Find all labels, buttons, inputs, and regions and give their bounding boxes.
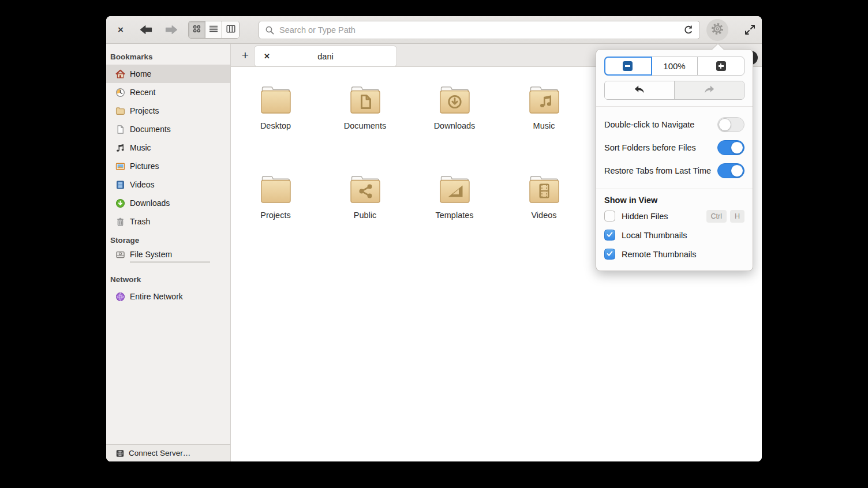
trash-icon xyxy=(115,217,125,227)
zoom-out-button[interactable] xyxy=(605,57,652,75)
remote-thumbnails-checkbox[interactable] xyxy=(604,249,615,260)
sidebar-item-label: Projects xyxy=(130,106,159,115)
check-row-hidden-files[interactable]: Hidden Files Ctrl H xyxy=(604,207,744,226)
key-ctrl: Ctrl xyxy=(706,210,727,223)
file-label: Projects xyxy=(260,211,290,220)
zoom-in-icon xyxy=(716,61,726,71)
double-click-toggle[interactable] xyxy=(717,117,744,132)
list-view-button[interactable] xyxy=(205,21,222,38)
folder-icon xyxy=(115,106,125,116)
toggle-knob xyxy=(731,164,743,177)
folder-templates-icon xyxy=(436,173,473,208)
redo-button[interactable] xyxy=(674,81,744,99)
redo-arrow-icon xyxy=(704,85,715,96)
settings-menu-button[interactable] xyxy=(706,19,728,41)
file-tile-downloads[interactable]: Downloads xyxy=(417,84,492,141)
sidebar-item-home[interactable]: Home xyxy=(106,65,230,83)
file-tile-videos[interactable]: Videos xyxy=(507,173,582,231)
grid-view-icon xyxy=(192,24,202,36)
shortcut-keys: Ctrl H xyxy=(706,210,744,223)
grid-view-button[interactable] xyxy=(189,21,205,38)
check-row-local-thumbnails[interactable]: Local Thumbnails xyxy=(604,226,744,245)
key-h: H xyxy=(730,210,744,223)
zoom-level-value: 100% xyxy=(663,61,685,71)
zoom-in-button[interactable] xyxy=(698,57,744,75)
picture-icon xyxy=(115,162,125,171)
zoom-level-button[interactable]: 100% xyxy=(652,57,698,75)
file-tile-projects[interactable]: Projects xyxy=(238,173,313,231)
file-tile-music[interactable]: Music xyxy=(507,84,582,141)
folder-share-icon xyxy=(347,173,384,208)
hidden-files-checkbox[interactable] xyxy=(604,211,615,222)
popover-separator xyxy=(596,106,753,107)
sidebar-section-storage: Storage xyxy=(106,231,230,248)
file-tile-templates[interactable]: Templates xyxy=(417,173,492,231)
sidebar-section-bookmarks: Bookmarks xyxy=(106,47,230,65)
file-label: Downloads xyxy=(434,121,476,130)
sidebar-item-videos[interactable]: Videos xyxy=(106,175,230,194)
show-in-view-title: Show in View xyxy=(604,196,744,205)
sidebar-item-label: Videos xyxy=(130,180,155,189)
file-label: Videos xyxy=(531,211,556,220)
folder-videos-icon xyxy=(526,173,563,208)
download-circle-icon xyxy=(115,198,125,208)
tab-dani[interactable]: ✕ dani xyxy=(254,46,397,67)
undo-redo-group xyxy=(604,81,744,100)
window-close-button[interactable]: × xyxy=(114,24,127,36)
check-row-remote-thumbnails[interactable]: Remote Thumbnails xyxy=(604,245,744,264)
back-arrow-icon xyxy=(140,25,152,37)
list-view-icon xyxy=(208,24,219,36)
restore-tabs-toggle[interactable] xyxy=(717,163,744,178)
expand-arrows-icon xyxy=(744,24,755,37)
connect-server-button[interactable]: Connect Server… xyxy=(106,444,230,461)
fullscreen-button[interactable] xyxy=(744,24,755,37)
toggle-label: Double-click to Navigate xyxy=(604,120,694,129)
back-button[interactable] xyxy=(140,25,152,37)
sidebar-item-pictures[interactable]: Pictures xyxy=(106,157,230,175)
new-tab-button[interactable]: + xyxy=(238,48,253,63)
column-view-button[interactable] xyxy=(222,21,239,38)
folder-icon xyxy=(257,84,294,118)
sort-folders-toggle[interactable] xyxy=(717,140,744,155)
sidebar-item-projects[interactable]: Projects xyxy=(106,102,230,120)
search-input[interactable] xyxy=(279,25,680,35)
sidebar-item-label: Pictures xyxy=(130,162,159,171)
checkmark-icon xyxy=(606,250,613,259)
folder-music-icon xyxy=(526,84,563,118)
sidebar-item-recent[interactable]: Recent xyxy=(106,83,230,102)
sidebar-item-label: Downloads xyxy=(130,198,170,208)
music-note-icon xyxy=(115,143,125,153)
zoom-out-icon xyxy=(623,61,633,71)
sidebar-item-label: File System xyxy=(130,250,210,259)
connect-server-label: Connect Server… xyxy=(129,449,190,457)
folder-documents-icon xyxy=(347,84,384,118)
sidebar-item-label: Trash xyxy=(130,217,150,226)
forward-button[interactable] xyxy=(165,25,178,37)
sidebar-item-file-system[interactable]: File System xyxy=(106,248,230,270)
checkmark-icon xyxy=(606,231,613,240)
local-thumbnails-checkbox[interactable] xyxy=(604,230,615,241)
file-label: Music xyxy=(533,121,555,130)
toolbar: × xyxy=(106,16,762,44)
sidebar-item-music[interactable]: Music xyxy=(106,138,230,157)
refresh-button[interactable] xyxy=(680,22,697,38)
checkbox-label: Hidden Files xyxy=(622,212,668,221)
hard-disk-icon xyxy=(115,250,125,260)
file-label: Templates xyxy=(435,211,473,220)
settings-popover: 100% Double-click to Navigate xyxy=(596,49,753,271)
sidebar-item-documents[interactable]: Documents xyxy=(106,120,230,138)
sidebar-item-label: Home xyxy=(130,69,151,78)
gear-icon xyxy=(710,22,724,38)
sidebar-item-trash[interactable]: Trash xyxy=(106,212,230,231)
undo-button[interactable] xyxy=(605,81,674,99)
sidebar-item-downloads[interactable]: Downloads xyxy=(106,194,230,212)
file-label: Public xyxy=(354,211,377,220)
file-tile-documents[interactable]: Documents xyxy=(328,84,403,141)
recent-clock-icon xyxy=(115,88,125,97)
sidebar-item-entire-network[interactable]: Entire Network xyxy=(106,287,230,306)
path-search-bar xyxy=(259,21,700,39)
toggle-row-restore-tabs: Restore Tabs from Last Time xyxy=(604,159,744,182)
file-tile-desktop[interactable]: Desktop xyxy=(238,84,313,141)
file-tile-public[interactable]: Public xyxy=(328,173,403,231)
toggle-knob xyxy=(719,118,731,131)
